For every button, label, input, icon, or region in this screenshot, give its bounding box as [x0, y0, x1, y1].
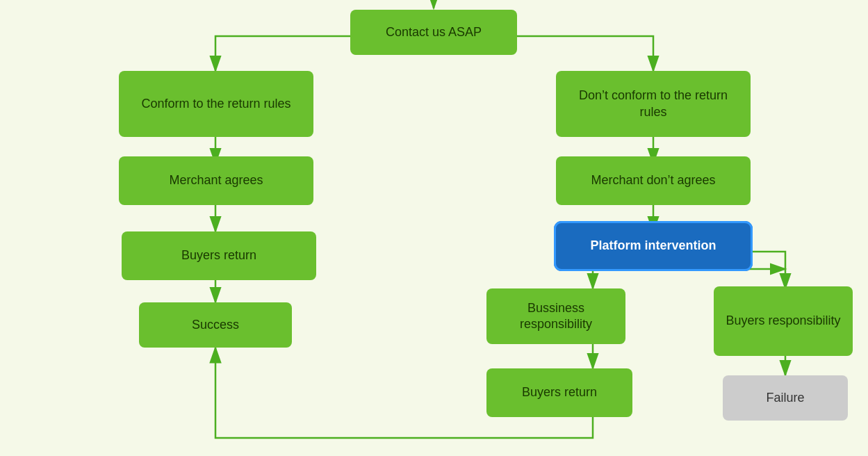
conform-node: Conform to the return rules: [119, 71, 313, 137]
platform-intervention-node: Platform intervention: [556, 223, 751, 269]
success-node: Success: [139, 302, 292, 348]
dont-conform-node: Don’t conform to the return rules: [556, 71, 751, 137]
contact-us-node: Contact us ASAP: [350, 10, 517, 55]
buyers-responsibility-node: Buyers responsibility: [714, 286, 853, 356]
failure-node: Failure: [723, 375, 848, 421]
buyers-return-right-node: Buyers return: [486, 368, 632, 417]
merchant-agrees-node: Merchant agrees: [119, 156, 313, 205]
buyers-return-left-node: Buyers return: [122, 231, 316, 280]
merchant-disagrees-node: Merchant don’t agrees: [556, 156, 751, 205]
flowchart-diagram: Contact us ASAP Conform to the return ru…: [0, 0, 868, 456]
business-responsibility-node: Bussiness responsibility: [486, 288, 625, 344]
